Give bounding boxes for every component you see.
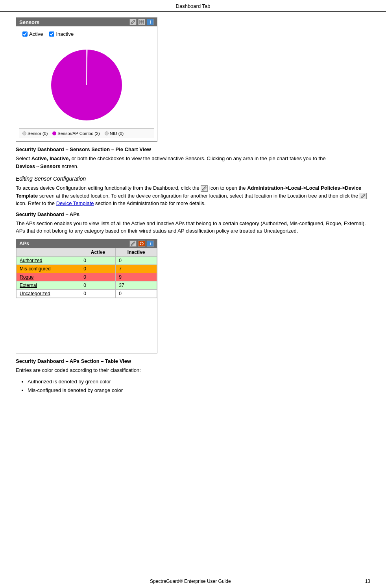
editing-section-body: To access device Configuration editing f…: [16, 184, 370, 207]
inactive-checkbox-item: Inactive: [49, 31, 74, 37]
list-item: Mis-configured is denoted by orange colo…: [28, 386, 370, 394]
device-template-link[interactable]: Device Template: [56, 200, 94, 206]
sensors-body: Active Inactive: [16, 26, 157, 141]
col-inactive: Inactive: [116, 248, 157, 256]
page-content: Sensors i Active Inactive: [0, 17, 386, 394]
legend-dot-nid: [105, 131, 109, 135]
col-category: [17, 248, 80, 256]
aps-section-title: Security Dashboard – APs Section – Table…: [16, 358, 370, 364]
active-checkbox-item: Active: [22, 31, 43, 37]
legend-sensor-ap: Sensor/AP Combo (2): [52, 131, 100, 136]
table-icon[interactable]: [138, 19, 145, 25]
sensors-section-body: Select Active, Inactive, or both the che…: [16, 155, 370, 170]
aps-info-icon[interactable]: i: [147, 240, 154, 247]
row-active-rogue: 0: [80, 273, 116, 281]
aps-table-header: Active Inactive: [17, 248, 157, 256]
edit-config-icon2[interactable]: [360, 193, 367, 199]
devices-sensors-bold: Devices→Sensors: [16, 163, 60, 169]
col-active: Active: [80, 248, 116, 256]
aps-section-body: Entries are color coded according to the…: [16, 366, 370, 374]
table-row: Mis-configured 0 7: [17, 264, 157, 273]
page-footer: SpectraGuard® Enterprise User Guide 13: [0, 576, 386, 584]
legend-sensor: Sensor (0): [22, 131, 48, 136]
legend-sensor-label: Sensor (0): [28, 131, 48, 136]
legend-dot-sensor: [22, 131, 26, 135]
legend-sensor-ap-label: Sensor/AP Combo (2): [57, 131, 100, 136]
row-name-authorized[interactable]: Authorized: [17, 256, 80, 264]
row-active-uncategorized: 0: [80, 289, 116, 298]
row-inactive-uncategorized: 0: [116, 289, 157, 298]
aps-refresh-icon[interactable]: [138, 240, 145, 247]
aps-chart-area: [16, 298, 157, 353]
aps-table: Active Inactive Authorized 0 0 Mis-confi…: [16, 248, 157, 298]
row-name-rogue[interactable]: Rogue: [17, 273, 80, 281]
active-label: Active: [29, 31, 43, 37]
row-name-external[interactable]: External: [17, 281, 80, 289]
table-row: Uncategorized 0 0: [17, 289, 157, 298]
inactive-checkbox[interactable]: [49, 31, 54, 37]
footer-center: SpectraGuard® Enterprise User Guide: [150, 579, 231, 584]
row-active-authorized: 0: [80, 256, 116, 264]
editing-section-title: Editing Sensor Configuration: [16, 176, 370, 182]
row-inactive-authorized: 0: [116, 256, 157, 264]
aps-widget: APs i Active Inactive: [16, 239, 157, 353]
active-bold: Active, Inactive,: [31, 155, 70, 161]
table-row: Rogue 0 9: [17, 273, 157, 281]
row-inactive-external: 37: [116, 281, 157, 289]
table-row: External 0 37: [17, 281, 157, 289]
sensors-icons: i: [129, 19, 154, 25]
aps-bullet-list: Authorized is denoted by green color Mis…: [28, 378, 370, 394]
svg-marker-8: [140, 244, 141, 245]
row-name-uncategorized[interactable]: Uncategorized: [17, 289, 80, 298]
legend-nid: NID (0): [105, 131, 124, 136]
aps-intro-body: The APs section enables you to view list…: [16, 220, 370, 235]
aps-section-heading: Security Dashboard – APs: [16, 211, 370, 217]
footer-right: 13: [365, 579, 370, 584]
pie-chart-container: [19, 42, 154, 128]
pie-chart[interactable]: [47, 46, 126, 124]
aps-title: APs: [19, 240, 29, 246]
aps-title-bar: APs i: [16, 239, 157, 248]
admin-path-bold: Administration->Local->Local Policies->D…: [16, 185, 361, 199]
sensors-title-bar: Sensors i: [16, 18, 157, 26]
info-icon[interactable]: i: [147, 19, 154, 25]
legend-dot-sensor-ap: [52, 131, 56, 135]
sensors-checkbox-row: Active Inactive: [19, 30, 154, 39]
aps-icons: i: [129, 240, 154, 247]
row-name-misconfigured[interactable]: Mis-configured: [17, 264, 80, 273]
header-title: Dashboard Tab: [176, 3, 211, 9]
sensors-title: Sensors: [19, 19, 39, 25]
legend-nid-label: NID (0): [110, 131, 124, 136]
row-active-misconfigured: 0: [80, 264, 116, 273]
svg-rect-1: [140, 20, 144, 24]
aps-edit-icon[interactable]: [129, 240, 137, 247]
sensors-widget: Sensors i Active Inactive: [16, 17, 157, 142]
svg-line-0: [131, 23, 132, 24]
edit-icon[interactable]: [129, 19, 137, 25]
row-inactive-rogue: 9: [116, 273, 157, 281]
list-item: Authorized is denoted by green color: [28, 378, 370, 386]
page-header: Dashboard Tab: [0, 0, 386, 12]
active-checkbox[interactable]: [22, 31, 28, 37]
table-row: Authorized 0 0: [17, 256, 157, 264]
sensors-legend: Sensor (0) Sensor/AP Combo (2) NID (0): [19, 128, 154, 138]
edit-config-icon[interactable]: [201, 185, 208, 192]
aps-table-container: Active Inactive Authorized 0 0 Mis-confi…: [16, 248, 157, 353]
inactive-label: Inactive: [56, 31, 74, 37]
row-active-external: 0: [80, 281, 116, 289]
sensors-section-title: Security Dashboard – Sensors Section – P…: [16, 146, 370, 152]
row-inactive-misconfigured: 7: [116, 264, 157, 273]
